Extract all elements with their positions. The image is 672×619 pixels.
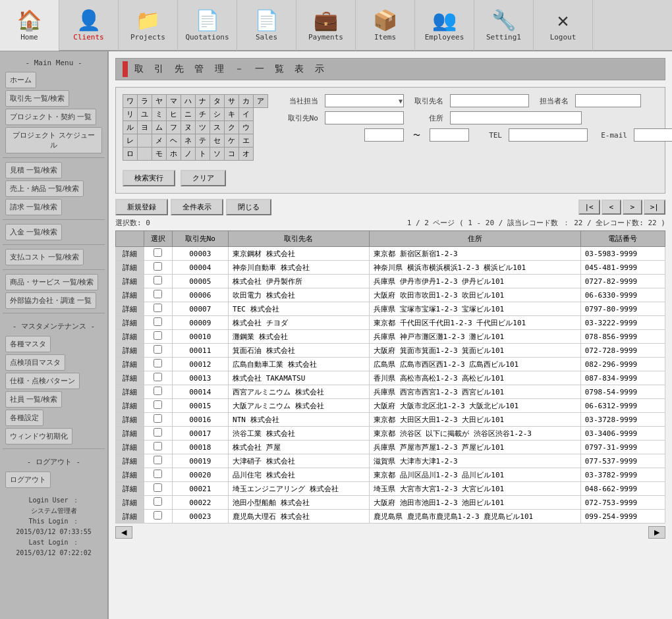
search-execute-button[interactable]: 検索実行 <box>123 170 175 186</box>
kana-cell[interactable]: ナ <box>196 95 210 108</box>
range-from-input[interactable] <box>364 128 404 142</box>
kana-cell[interactable]: ミ <box>152 108 167 121</box>
kana-cell[interactable]: マ <box>167 95 181 108</box>
torihiki-input[interactable] <box>450 94 529 107</box>
kana-cell[interactable]: ク <box>225 121 239 134</box>
row-checkbox[interactable] <box>154 497 162 506</box>
row-checkbox[interactable] <box>154 387 162 395</box>
sidebar-btn-client-list[interactable]: 取引先 一覧/検索 <box>5 90 69 107</box>
detail-button[interactable]: 詳細 <box>116 316 144 330</box>
kana-cell[interactable]: セ <box>210 134 225 148</box>
kana-cell[interactable]: ア <box>254 95 268 108</box>
kana-cell[interactable]: ト <box>196 148 210 161</box>
detail-button[interactable]: 詳細 <box>116 399 144 413</box>
kana-cell[interactable]: ロ <box>123 148 138 161</box>
detail-button[interactable]: 詳細 <box>116 371 144 385</box>
kana-cell[interactable]: レ <box>123 134 138 148</box>
row-checkbox[interactable] <box>154 483 162 492</box>
kana-cell[interactable]: ヨ <box>138 121 152 134</box>
detail-button[interactable]: 詳細 <box>116 510 144 524</box>
nav-employees[interactable]: 👥 Employees <box>415 0 474 51</box>
tantousha-input[interactable] <box>575 94 641 107</box>
detail-button[interactable]: 詳細 <box>116 427 144 441</box>
sidebar-btn-estimate[interactable]: 見積 一覧/検索 <box>5 162 62 178</box>
kana-cell[interactable]: キ <box>225 108 239 121</box>
row-checkbox[interactable] <box>154 248 162 257</box>
sidebar-btn-home[interactable]: ホーム <box>5 72 36 88</box>
detail-button[interactable]: 詳細 <box>116 441 144 454</box>
sidebar-btn-sales[interactable]: 売上・納品 一覧/検索 <box>5 180 84 197</box>
detail-button[interactable]: 詳細 <box>116 288 144 302</box>
detail-button[interactable]: 詳細 <box>116 275 144 288</box>
kana-cell[interactable]: ノ <box>181 148 196 161</box>
sidebar-btn-reset[interactable]: ウィンドウ初期化 <box>5 428 72 444</box>
nav-quotations[interactable]: 📄 Quotations <box>178 0 237 51</box>
kana-cell[interactable]: ム <box>152 121 167 134</box>
row-checkbox[interactable] <box>154 428 162 437</box>
kana-cell[interactable]: ニ <box>181 108 196 121</box>
sidebar-btn-project-schedule[interactable]: プロジェクト スケジュール <box>5 127 102 153</box>
row-checkbox[interactable] <box>154 359 162 367</box>
detail-button[interactable]: 詳細 <box>116 358 144 371</box>
kana-cell[interactable]: ヌ <box>181 121 196 134</box>
close-button[interactable]: 閉じる <box>226 199 271 215</box>
scroll-left-button[interactable]: ◀ <box>115 526 132 539</box>
kana-cell[interactable]: フ <box>167 121 181 134</box>
kana-cell[interactable]: サ <box>225 95 239 108</box>
kana-cell[interactable]: ハ <box>181 95 196 108</box>
sidebar-btn-cost[interactable]: 支払コスト 一覧/検索 <box>5 249 84 265</box>
sidebar-btn-inspection[interactable]: 点検項目マスタ <box>5 354 65 371</box>
row-checkbox[interactable] <box>154 276 162 284</box>
clear-button[interactable]: クリア <box>181 170 226 186</box>
detail-button[interactable]: 詳細 <box>116 247 144 261</box>
sidebar-btn-payment[interactable]: 入金 一覧/検索 <box>5 224 62 240</box>
all-display-button[interactable]: 全件表示 <box>171 199 223 215</box>
kana-cell[interactable]: チ <box>196 108 210 121</box>
last-page-button[interactable]: >| <box>644 200 665 215</box>
sidebar-logout-btn[interactable]: ログアウト <box>5 471 51 488</box>
row-checkbox[interactable] <box>154 331 162 340</box>
kana-cell[interactable]: イ <box>239 108 254 121</box>
range-to-input[interactable] <box>430 128 469 142</box>
row-checkbox[interactable] <box>154 373 162 381</box>
kana-cell[interactable]: エ <box>239 134 254 148</box>
kana-cell[interactable] <box>138 148 152 161</box>
detail-button[interactable]: 詳細 <box>116 261 144 275</box>
row-checkbox[interactable] <box>154 470 162 478</box>
kana-cell[interactable]: タ <box>210 95 225 108</box>
row-checkbox[interactable] <box>154 414 162 423</box>
row-checkbox[interactable] <box>154 511 162 520</box>
kana-cell[interactable]: シ <box>210 108 225 121</box>
nav-logout[interactable]: ✕ Logout <box>534 0 593 51</box>
nav-projects[interactable]: 📁 Projects <box>119 0 178 51</box>
kana-cell[interactable]: ウ <box>239 121 254 134</box>
tel-input[interactable] <box>509 128 588 142</box>
kana-cell[interactable]: テ <box>196 134 210 148</box>
kana-cell[interactable]: カ <box>239 95 254 108</box>
kana-cell[interactable]: ヒ <box>167 108 181 121</box>
sidebar-btn-project-contract[interactable]: プロジェクト・契約 一覧 <box>5 109 96 125</box>
kana-cell[interactable]: モ <box>152 148 167 161</box>
kana-cell[interactable]: ケ <box>225 134 239 148</box>
first-page-button[interactable]: |< <box>578 200 600 215</box>
kana-cell[interactable]: オ <box>239 148 254 161</box>
kana-cell[interactable]: ル <box>123 121 138 134</box>
email-input[interactable] <box>634 128 672 142</box>
detail-button[interactable]: 詳細 <box>116 330 144 344</box>
prev-page-button[interactable]: < <box>602 200 621 215</box>
row-checkbox[interactable] <box>154 262 162 271</box>
kana-cell[interactable]: コ <box>225 148 239 161</box>
nav-home[interactable]: 🏠 Home <box>0 0 59 51</box>
detail-button[interactable]: 詳細 <box>116 468 144 482</box>
detail-button[interactable]: 詳細 <box>116 413 144 427</box>
kana-cell[interactable]: ネ <box>181 134 196 148</box>
next-page-button[interactable]: > <box>623 200 642 215</box>
kana-cell[interactable]: ラ <box>138 95 152 108</box>
row-checkbox[interactable] <box>154 442 162 450</box>
sidebar-btn-invoice[interactable]: 請求 一覧/検索 <box>5 199 62 215</box>
sidebar-btn-partner[interactable]: 外部協力会社・調達 一覧 <box>5 292 96 309</box>
row-checkbox[interactable] <box>154 400 162 409</box>
nav-items[interactable]: 📦 Items <box>356 0 415 51</box>
detail-button[interactable]: 詳細 <box>116 482 144 496</box>
kana-cell[interactable]: ホ <box>167 148 181 161</box>
